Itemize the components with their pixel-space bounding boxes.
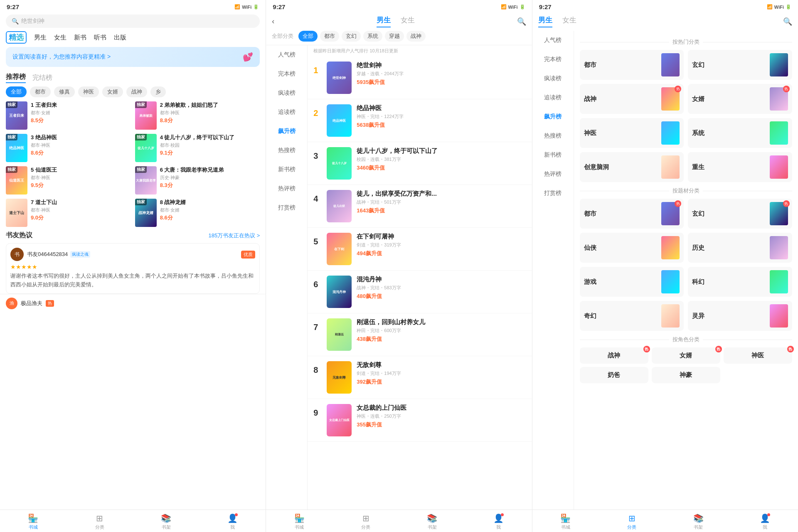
book-item-2[interactable]: 弟弟被欺 独家 2 弟弟被欺，姐姐们怒了 都市·神医 8.8分 <box>135 101 260 130</box>
book-row-1[interactable]: 1 绝世剑神 绝世剑神 穿越・连载・2044万字 5935飙升值 <box>308 57 532 99</box>
nav-female[interactable]: 女生 <box>54 34 66 42</box>
cat-item-system[interactable]: 系统 <box>688 118 792 148</box>
cat-item-warshen[interactable]: 战神 热 <box>580 84 684 114</box>
cat-item-rebirth[interactable]: 重生 <box>688 152 792 182</box>
filter-tab-system[interactable]: 系统 <box>363 31 382 42</box>
sidebar-hot-search[interactable]: 热搜榜 <box>266 141 307 160</box>
tag-warshen[interactable]: 战神 <box>126 86 147 97</box>
role-item-dadad[interactable]: 奶爸 <box>580 367 648 383</box>
cat-item-creative[interactable]: 创意脑洞 <box>580 152 684 182</box>
role-item-warshen[interactable]: 战神 热 <box>580 347 648 364</box>
bottom-nav2-category[interactable]: ⊞ 分类 <box>332 513 399 530</box>
book-row-5[interactable]: 5 在下剑 在下剑可屠神 剑道・完结・319万字 494飙升值 <box>308 228 532 271</box>
sidebar-complete[interactable]: 完本榜 <box>266 64 307 84</box>
filter-all-label[interactable]: 全部分类 <box>272 32 293 40</box>
tag-city[interactable]: 都市 <box>30 86 51 97</box>
tag-xiu[interactable]: 修真 <box>54 86 75 97</box>
book-item-1[interactable]: 王者归来 独家 1 王者归来 都市·女婿 8.5分 <box>6 101 131 130</box>
sidebar-new-book[interactable]: 新书榜 <box>266 160 307 179</box>
sidebar-crazy[interactable]: 疯读榜 <box>266 84 307 103</box>
nav-newbook[interactable]: 新书 <box>74 34 86 42</box>
filter-tab-all[interactable]: 全部 <box>298 31 318 42</box>
nav-publish[interactable]: 出版 <box>114 34 126 42</box>
recommend-banner[interactable]: 设置阅读喜好，为您推荐内容更精准 > 💕 <box>6 47 260 67</box>
theme-item-fantasy[interactable]: 奇幻 <box>580 301 684 331</box>
search-icon-2[interactable]: 🔍 <box>517 17 526 26</box>
tag-more[interactable]: 乡 <box>150 86 166 97</box>
theme-item-scifi[interactable]: 科幻 <box>688 267 792 297</box>
p3-tab-female[interactable]: 女生 <box>562 15 576 27</box>
book-item-4[interactable]: 徒儿十八岁 独家 4 徒儿十八岁，终于可以下山了 都市·校园 9.1分 <box>135 134 260 162</box>
rec-tab[interactable]: 推荐榜 <box>6 73 26 83</box>
p3-sidebar-follow[interactable]: 追读榜 <box>532 88 574 107</box>
theme-item-xianxia[interactable]: 仙侠 <box>580 233 684 263</box>
bottom-nav2-bookstore[interactable]: 🏪 书城 <box>266 513 332 530</box>
bottom-nav-bookstore[interactable]: 🏪 书城 <box>0 513 66 530</box>
p3-sidebar-hot-review[interactable]: 热评榜 <box>532 165 574 184</box>
bottom-nav3-category[interactable]: ⊞ 分类 <box>598 513 665 530</box>
sidebar-popularity[interactable]: 人气榜 <box>266 45 307 64</box>
tab-male[interactable]: 男生 <box>377 15 391 27</box>
bottom-nav-shelf[interactable]: 📚 书架 <box>133 513 200 530</box>
tab-female[interactable]: 女生 <box>401 15 415 27</box>
status-icons-3: 📶 WiFi 🔋 <box>767 4 791 10</box>
sidebar-reward[interactable]: 打赏榜 <box>266 198 307 217</box>
book-row-6[interactable]: 6 混沌丹神 混沌丹神 战神・完结・583万字 480飙升值 <box>308 271 532 313</box>
book-row-8[interactable]: 8 无敌剑尊 无敌剑尊 剑道・完结・194万字 392飙升值 <box>308 356 532 399</box>
p3-sidebar-complete[interactable]: 完本榜 <box>532 50 574 69</box>
p3-tab-male[interactable]: 男生 <box>538 15 552 27</box>
tag-son-law[interactable]: 女婿 <box>102 86 123 97</box>
role-item-doctor[interactable]: 神医 热 <box>724 347 792 364</box>
back-button[interactable]: ‹ <box>272 17 274 26</box>
cat-item-city[interactable]: 都市 <box>580 50 684 80</box>
role-item-rich[interactable]: 神豪 <box>652 367 720 383</box>
theme-item-city[interactable]: 都市 热 <box>580 199 684 229</box>
tag-doctor[interactable]: 神医 <box>78 86 99 97</box>
book-item-7[interactable]: 道士下山 7 道士下山 都市·神医 9.0分 <box>6 199 131 227</box>
bottom-nav3-me[interactable]: 👤 我 <box>732 513 798 530</box>
cat-item-sonlaw[interactable]: 女婿 热 <box>688 84 792 114</box>
p3-search-icon[interactable]: 🔍 <box>783 17 792 26</box>
theme-item-history[interactable]: 历史 <box>688 233 792 263</box>
book-item-3[interactable]: 绝品神医 独家 3 绝品神医 都市·神医 8.6分 <box>6 134 131 162</box>
sidebar-follow[interactable]: 追读榜 <box>266 103 307 122</box>
filter-tab-xuanhuan[interactable]: 玄幻 <box>342 31 361 42</box>
theme-item-game[interactable]: 游戏 <box>580 267 684 297</box>
book-row-3[interactable]: 3 徒儿十八岁 徒儿十八岁，终于可以下山了 校园・连载・381万字 3460飙升… <box>308 142 532 185</box>
p3-sidebar-popularity[interactable]: 人气榜 <box>532 31 574 50</box>
role-item-sonlaw[interactable]: 女婿 热 <box>652 347 720 364</box>
hot-discuss-more[interactable]: 185万书友正在热议 > <box>208 232 260 239</box>
sidebar-hot-review[interactable]: 热评榜 <box>266 179 307 198</box>
theme-item-horror[interactable]: 灵异 <box>688 301 792 331</box>
p3-sidebar-rising[interactable]: 飙升榜 <box>532 107 574 126</box>
book-row-7[interactable]: 7 刚退伍 刚退伍，回到山村养女儿 种田・完结・600万字 438飙升值 <box>308 313 532 356</box>
book-item-5[interactable]: 仙道医王 独家 5 仙道医王 都市·神医 9.5分 <box>6 166 131 195</box>
filter-tab-city[interactable]: 都市 <box>320 31 339 42</box>
p3-sidebar-hot-search[interactable]: 热搜榜 <box>532 126 574 145</box>
book-item-6[interactable]: 大唐我跟老李 独家 6 大唐：我跟老李称兄道弟 历史·神豪 8.3分 <box>135 166 260 195</box>
sidebar-rising[interactable]: 飙升榜 <box>266 122 307 141</box>
bottom-nav3-bookstore[interactable]: 🏪 书城 <box>532 513 599 530</box>
complete-tab[interactable]: 完结榜 <box>32 74 52 82</box>
nav-audio[interactable]: 听书 <box>94 34 106 42</box>
cat-item-xuanhuan[interactable]: 玄幻 <box>688 50 792 80</box>
p3-sidebar-new[interactable]: 新书榜 <box>532 145 574 165</box>
theme-item-xuanhuan[interactable]: 玄幻 热 <box>688 199 792 229</box>
book-row-4[interactable]: 4 徒儿出狱 徒儿，出狱享受亿万资产和... 战神・完结・501万字 1643飙… <box>308 185 532 228</box>
p3-sidebar-crazy[interactable]: 疯读榜 <box>532 69 574 88</box>
search-bar[interactable]: 🔍 绝世剑神 <box>6 15 260 28</box>
tag-all[interactable]: 全部 <box>6 86 27 97</box>
p3-sidebar-reward[interactable]: 打赏榜 <box>532 184 574 203</box>
bottom-nav-category[interactable]: ⊞ 分类 <box>66 513 133 530</box>
bottom-nav2-shelf[interactable]: 📚 书架 <box>399 513 466 530</box>
bottom-nav2-me[interactable]: 👤 我 <box>466 513 532 530</box>
book-row-9[interactable]: 9 女总裁上门仙医 女总裁的上门仙医 神医・连载・250万字 355飙升值 <box>308 399 532 442</box>
filter-tab-war[interactable]: 战神 <box>406 31 426 42</box>
cat-item-doctor[interactable]: 神医 <box>580 118 684 148</box>
bottom-nav-me[interactable]: 👤 我 <box>199 513 266 530</box>
bottom-nav3-shelf[interactable]: 📚 书架 <box>665 513 732 530</box>
filter-tab-time[interactable]: 穿越 <box>385 31 404 42</box>
nav-male[interactable]: 男生 <box>34 34 47 42</box>
book-row-2[interactable]: 2 绝品神医 绝品神医 神医・完结・1224万字 5638飙升值 <box>308 99 532 142</box>
book-item-8[interactable]: 战神龙婿 独家 8 战神龙婿 都市·女婿 8.6分 <box>135 199 260 227</box>
